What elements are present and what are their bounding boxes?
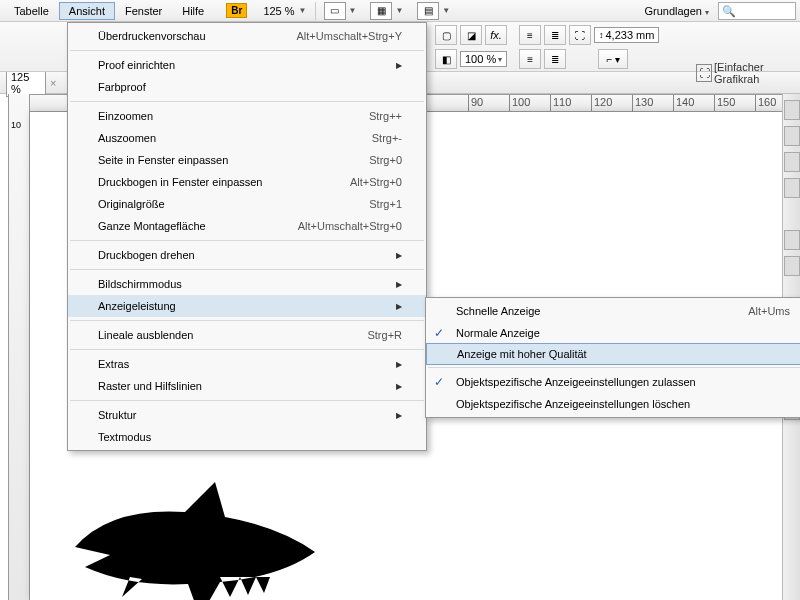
- corner-button[interactable]: ⌐ ▾: [598, 49, 628, 69]
- menu-item[interactable]: Farbproof: [68, 76, 426, 98]
- dropdown-arrow-icon[interactable]: ▼: [395, 6, 403, 15]
- submenu-item[interactable]: ✓Objektspezifische Anzeigeeinstellungen …: [426, 371, 800, 393]
- submenu-item-label: Objektspezifische Anzeigeeinstellungen z…: [456, 376, 790, 388]
- menu-item-label: Proof einrichten: [98, 59, 392, 71]
- menu-item[interactable]: Bildschirmmodus▶: [68, 273, 426, 295]
- menu-shortcut: Strg+1: [369, 198, 402, 210]
- ruler-tick: 100: [509, 95, 530, 111]
- menu-separator: [70, 101, 424, 102]
- dropdown-arrow-icon: ▼: [299, 6, 307, 15]
- menubar: Tabelle Ansicht Fenster Hilfe Br 125 % ▼…: [0, 0, 800, 22]
- submenu-arrow-icon: ▶: [392, 411, 402, 420]
- zoom-value: 125 %: [263, 5, 294, 17]
- menu-item-label: Textmodus: [98, 431, 402, 443]
- dropdown-arrow-icon: ▾: [705, 8, 709, 17]
- tool-button[interactable]: fx.: [485, 25, 507, 45]
- dropdown-arrow-icon[interactable]: ▼: [349, 6, 357, 15]
- bridge-badge[interactable]: Br: [226, 3, 247, 18]
- menu-item-label: Seite in Fenster einpassen: [98, 154, 369, 166]
- workspace-switcher[interactable]: Grundlagen ▾: [638, 3, 715, 19]
- menu-item[interactable]: AuszoomenStrg+-: [68, 127, 426, 149]
- submenu-item[interactable]: Schnelle AnzeigeAlt+Ums: [426, 300, 800, 322]
- ruler-tick: 120: [591, 95, 612, 111]
- menu-tabelle[interactable]: Tabelle: [4, 2, 59, 20]
- align-button[interactable]: ≡: [519, 25, 541, 45]
- menu-item[interactable]: Textmodus: [68, 426, 426, 448]
- menu-item-label: Ganze Montagefläche: [98, 220, 298, 232]
- menu-item-label: Struktur: [98, 409, 392, 421]
- panel-icon[interactable]: [784, 126, 800, 146]
- menu-item[interactable]: Anzeigeleistung▶: [68, 295, 426, 317]
- menu-shortcut: Alt+Ums: [748, 305, 790, 317]
- menu-item[interactable]: EinzoomenStrg++: [68, 105, 426, 127]
- dropdown-arrow-icon[interactable]: ▼: [442, 6, 450, 15]
- menu-hilfe[interactable]: Hilfe: [172, 2, 214, 20]
- menu-item-label: Druckbogen drehen: [98, 249, 392, 261]
- measurement-input[interactable]: ↕4,233 mm: [594, 27, 659, 43]
- ruler-tick: 150: [714, 95, 735, 111]
- menu-item-label: Überdruckenvorschau: [98, 30, 297, 42]
- align-button[interactable]: ≣: [544, 49, 566, 69]
- percent-input[interactable]: 100 %▾: [460, 51, 507, 67]
- menu-item[interactable]: Lineale ausblendenStrg+R: [68, 324, 426, 346]
- mm-value: 4,233 mm: [606, 29, 655, 41]
- screen-mode-icon[interactable]: ▭: [324, 2, 346, 20]
- menu-item-label: Anzeigeleistung: [98, 300, 392, 312]
- menu-item[interactable]: Druckbogen drehen▶: [68, 244, 426, 266]
- submenu-item[interactable]: ✓Normale Anzeige: [426, 322, 800, 344]
- menu-shortcut: Strg++: [369, 110, 402, 122]
- menu-item[interactable]: Ganze MontageflächeAlt+Umschalt+Strg+0: [68, 215, 426, 237]
- view-options-icon[interactable]: ▦: [370, 2, 392, 20]
- menu-shortcut: Alt+Umschalt+Strg+0: [298, 220, 402, 232]
- menu-item[interactable]: OriginalgrößeStrg+1: [68, 193, 426, 215]
- graphics-frame-label: [Einfacher Grafikrah: [714, 61, 800, 85]
- menu-item[interactable]: Druckbogen in Fenster einpassenAlt+Strg+…: [68, 171, 426, 193]
- crop-button[interactable]: ⛶: [569, 25, 591, 45]
- tool-button[interactable]: ◪: [460, 25, 482, 45]
- submenu-item-label: Schnelle Anzeige: [456, 305, 748, 317]
- panel-icon[interactable]: [784, 100, 800, 120]
- ruler-tick: 160: [755, 95, 776, 111]
- frame-fitting-group: ⛶ [Einfacher Grafikrah: [696, 61, 800, 85]
- menu-item-label: Bildschirmmodus: [98, 278, 392, 290]
- panel-icon[interactable]: [784, 230, 800, 250]
- menu-item[interactable]: Extras▶: [68, 353, 426, 375]
- panel-icon[interactable]: [784, 256, 800, 276]
- panel-icon[interactable]: [784, 152, 800, 172]
- menu-item[interactable]: ÜberdruckenvorschauAlt+Umschalt+Strg+Y: [68, 25, 426, 47]
- menu-item[interactable]: Seite in Fenster einpassenStrg+0: [68, 149, 426, 171]
- menu-item[interactable]: Struktur▶: [68, 404, 426, 426]
- menu-separator: [70, 349, 424, 350]
- shark-graphic: [70, 477, 320, 600]
- menu-item[interactable]: Proof einrichten▶: [68, 54, 426, 76]
- submenu-arrow-icon: ▶: [392, 280, 402, 289]
- dropdown-arrow-icon: ▾: [498, 55, 502, 64]
- checkmark-icon: ✓: [434, 375, 444, 389]
- align-button[interactable]: ≡: [519, 49, 541, 69]
- separator: [315, 2, 316, 20]
- submenu-item-label: Normale Anzeige: [456, 327, 790, 339]
- zoom-tab[interactable]: 125 %: [6, 69, 46, 97]
- menu-fenster[interactable]: Fenster: [115, 2, 172, 20]
- tool-button[interactable]: ▢: [435, 25, 457, 45]
- tool-button[interactable]: ◧: [435, 49, 457, 69]
- close-tab-icon[interactable]: ×: [50, 77, 56, 89]
- menu-item-label: Extras: [98, 358, 392, 370]
- zoom-menubar[interactable]: 125 % ▼: [263, 5, 306, 17]
- panel-icon[interactable]: [784, 178, 800, 198]
- menu-item[interactable]: Raster und Hilfslinien▶: [68, 375, 426, 397]
- submenu-item-label: Objektspezifische Anzeigeeinstellungen l…: [456, 398, 790, 410]
- menu-shortcut: Alt+Strg+0: [350, 176, 402, 188]
- submenu-arrow-icon: ▶: [392, 251, 402, 260]
- crop-icon[interactable]: ⛶: [696, 64, 712, 82]
- submenu-item[interactable]: Objektspezifische Anzeigeeinstellungen l…: [426, 393, 800, 415]
- submenu-arrow-icon: ▶: [392, 302, 402, 311]
- submenu-item-label: Anzeige mit hoher Qualität: [457, 348, 789, 360]
- arrange-icon[interactable]: ▤: [417, 2, 439, 20]
- search-input[interactable]: 🔍: [718, 2, 796, 20]
- align-button[interactable]: ≣: [544, 25, 566, 45]
- menu-separator: [428, 367, 800, 368]
- submenu-item[interactable]: Anzeige mit hoher Qualität: [426, 343, 800, 365]
- submenu-arrow-icon: ▶: [392, 61, 402, 70]
- menu-ansicht[interactable]: Ansicht: [59, 2, 115, 20]
